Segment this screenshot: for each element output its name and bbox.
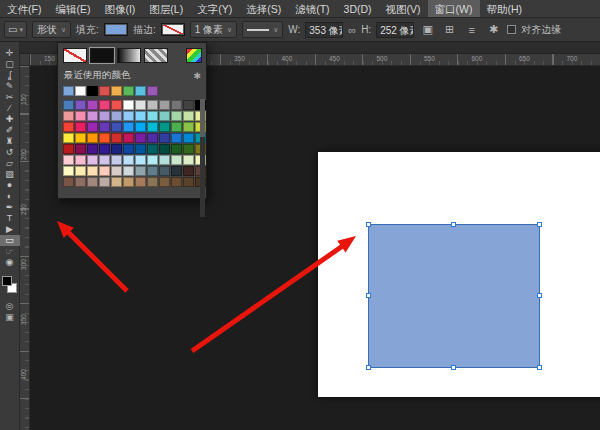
color-swatch[interactable] (135, 155, 146, 165)
color-swatch[interactable] (171, 155, 182, 165)
stroke-color-swatch[interactable] (161, 23, 185, 36)
color-swatch[interactable] (135, 177, 146, 187)
height-field[interactable]: 252 像素 (376, 22, 414, 38)
color-swatch[interactable] (99, 86, 110, 96)
color-swatch[interactable] (147, 100, 158, 110)
menu-item[interactable]: 选择(S) (239, 0, 288, 17)
marquee-tool[interactable]: ▢ (0, 59, 20, 70)
color-swatch[interactable] (87, 86, 98, 96)
color-swatch[interactable] (75, 144, 86, 154)
color-swatch[interactable] (183, 177, 194, 187)
pattern-fill-button[interactable] (144, 48, 168, 63)
color-swatch[interactable] (123, 122, 134, 132)
brush-tool[interactable]: ✐ (0, 125, 20, 136)
menu-item[interactable]: 图层(L) (142, 0, 190, 17)
shape-handle[interactable] (537, 222, 542, 227)
color-swatch[interactable] (111, 166, 122, 176)
color-swatch[interactable] (123, 144, 134, 154)
healing-brush-tool[interactable]: ✚ (0, 114, 20, 125)
color-swatch[interactable] (111, 155, 122, 165)
tool-mode-select[interactable]: 形状 ∨ (32, 21, 71, 38)
color-swatch[interactable] (183, 133, 194, 143)
menu-item[interactable]: 3D(D) (337, 0, 379, 17)
align-edges-checkbox[interactable] (507, 25, 516, 34)
clone-stamp-tool[interactable]: ♜ (0, 136, 20, 147)
color-swatch[interactable] (75, 155, 86, 165)
color-swatch[interactable] (87, 122, 98, 132)
color-swatch[interactable] (183, 100, 194, 110)
color-swatch[interactable] (75, 122, 86, 132)
foreground-color-swatch[interactable] (2, 276, 12, 286)
menu-item[interactable]: 窗口(W) (428, 0, 480, 17)
eraser-tool[interactable]: ▱ (0, 158, 20, 169)
history-brush-tool[interactable]: ↺ (0, 147, 20, 158)
color-swatch[interactable] (111, 122, 122, 132)
color-swatch[interactable] (111, 111, 122, 121)
color-swatch[interactable] (99, 100, 110, 110)
color-swatch[interactable] (99, 166, 110, 176)
type-tool[interactable]: T (0, 213, 20, 224)
color-swatch[interactable] (123, 111, 134, 121)
blue-rectangle-shape[interactable] (368, 224, 540, 368)
color-swatch[interactable] (63, 144, 74, 154)
tool-preset-picker[interactable]: ▭ ▾ (4, 21, 27, 38)
gradient-fill-button[interactable] (117, 48, 141, 63)
pen-tool[interactable]: ✒ (0, 202, 20, 213)
color-swatch[interactable] (159, 122, 170, 132)
color-swatch[interactable] (159, 177, 170, 187)
zoom-tool[interactable]: ◉ (0, 257, 20, 268)
color-swatch[interactable] (183, 166, 194, 176)
color-swatch[interactable] (171, 166, 182, 176)
color-swatch[interactable] (63, 177, 74, 187)
color-swatch[interactable] (135, 166, 146, 176)
width-field[interactable]: 353 像素 (305, 22, 343, 38)
path-alignment-button[interactable]: ⊞ (441, 21, 458, 38)
quick-selection-tool[interactable]: ✎ (0, 81, 20, 92)
color-swatch[interactable] (99, 133, 110, 143)
color-swatch[interactable] (147, 122, 158, 132)
color-swatch[interactable] (171, 100, 182, 110)
menu-item[interactable]: 视图(V) (379, 0, 428, 17)
color-swatch[interactable] (147, 177, 158, 187)
color-swatch[interactable] (171, 144, 182, 154)
color-swatch[interactable] (183, 144, 194, 154)
color-swatch[interactable] (63, 133, 74, 143)
panel-scrollbar[interactable] (200, 99, 205, 217)
color-swatch[interactable] (87, 133, 98, 143)
menu-item[interactable]: 帮助(H) (480, 0, 530, 17)
dodge-tool[interactable]: ◐ (0, 191, 20, 202)
move-tool[interactable]: ✛ (0, 48, 20, 59)
color-swatch[interactable] (159, 100, 170, 110)
color-swatch[interactable] (159, 166, 170, 176)
color-swatch[interactable] (99, 122, 110, 132)
color-swatch[interactable] (147, 86, 158, 96)
color-swatch[interactable] (87, 155, 98, 165)
color-swatch[interactable] (183, 122, 194, 132)
color-swatch[interactable] (183, 111, 194, 121)
color-swatch[interactable] (171, 177, 182, 187)
shape-handle[interactable] (451, 365, 456, 370)
color-swatch[interactable] (75, 133, 86, 143)
shape-handle[interactable] (451, 222, 456, 227)
color-swatch[interactable] (63, 111, 74, 121)
menu-item[interactable]: 图像(I) (97, 0, 142, 17)
color-swatch[interactable] (75, 166, 86, 176)
path-selection-tool[interactable]: ▶ (0, 224, 20, 235)
solid-color-button[interactable] (90, 48, 114, 63)
shape-handle[interactable] (366, 293, 371, 298)
color-swatch[interactable] (147, 111, 158, 121)
color-picker-button[interactable] (186, 48, 202, 63)
shape-handle[interactable] (537, 365, 542, 370)
color-swatch[interactable] (147, 166, 158, 176)
color-swatch[interactable] (87, 177, 98, 187)
color-swatch[interactable] (63, 166, 74, 176)
panel-gear-icon[interactable]: ✱ (193, 71, 201, 81)
color-swatch[interactable] (75, 100, 86, 110)
blur-tool[interactable]: ● (0, 180, 20, 191)
color-swatch[interactable] (75, 111, 86, 121)
color-swatch[interactable] (87, 111, 98, 121)
vertical-ruler[interactable]: 150200250300350400 (20, 66, 30, 430)
quick-mask-icon[interactable]: ◎ (5, 301, 14, 312)
color-swatch[interactable] (147, 144, 158, 154)
color-swatch[interactable] (111, 133, 122, 143)
